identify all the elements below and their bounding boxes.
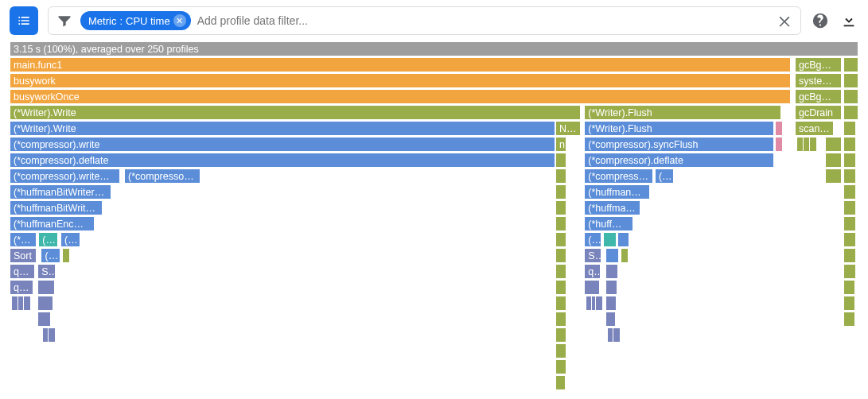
flame-frame[interactable] [37, 296, 53, 311]
flame-frame[interactable] [843, 153, 856, 168]
flame-frame[interactable]: (*huffmanBitWrite… [10, 200, 103, 215]
flame-frame[interactable]: busyworkOnce [10, 89, 791, 104]
flame-frame[interactable] [555, 359, 566, 374]
flame-frame[interactable] [605, 248, 619, 263]
clear-icon[interactable] [775, 11, 794, 30]
flame-frame[interactable]: systemst… [795, 73, 842, 88]
flame-frame[interactable] [843, 280, 855, 295]
flame-frame[interactable]: (*by… [10, 232, 37, 247]
list-menu-button[interactable] [10, 6, 38, 35]
flame-frame[interactable] [605, 280, 617, 295]
flame-frame[interactable] [555, 327, 566, 343]
flame-frame[interactable] [843, 264, 856, 279]
flame-frame[interactable] [843, 248, 856, 263]
flame-frame[interactable] [555, 312, 566, 327]
flame-frame[interactable]: (*compresso… [124, 169, 200, 184]
flame-frame[interactable] [23, 296, 31, 311]
flame-frame[interactable]: busywork [10, 73, 791, 88]
flame-frame[interactable]: (*compressor).deflate [584, 153, 774, 168]
flame-frame[interactable]: (*… [655, 169, 675, 184]
filter-icon[interactable] [55, 13, 74, 29]
flame-frame[interactable] [775, 137, 783, 152]
flame-frame[interactable] [843, 73, 858, 88]
flame-frame[interactable] [555, 248, 566, 263]
flame-frame[interactable]: 3.15 s (100%), averaged over 250 profile… [10, 41, 858, 56]
flame-frame[interactable] [775, 121, 783, 136]
flame-frame[interactable]: (*… [41, 248, 60, 263]
flame-frame[interactable] [555, 184, 566, 200]
download-icon[interactable] [839, 11, 858, 30]
flame-frame[interactable] [825, 169, 841, 184]
flame-frame[interactable] [37, 312, 51, 327]
flame-frame[interactable] [843, 105, 858, 120]
flame-frame[interactable] [555, 232, 566, 247]
flame-frame[interactable] [843, 216, 856, 231]
metric-chip[interactable]: Metric : CPU time ✕ [80, 11, 191, 30]
flame-frame[interactable]: main.func1 [10, 57, 791, 72]
flame-frame[interactable] [62, 248, 70, 263]
flame-frame[interactable]: (*Writer).Flush [584, 105, 781, 120]
flame-frame[interactable]: (*huff… [584, 216, 633, 231]
flame-frame[interactable] [825, 153, 841, 168]
flame-frame[interactable] [584, 280, 599, 295]
flame-frame[interactable] [617, 232, 629, 247]
flame-frame[interactable]: (*compressor).deflate [10, 153, 555, 168]
flame-frame[interactable] [605, 264, 618, 279]
flame-frame[interactable] [555, 216, 566, 231]
flame-frame[interactable] [603, 232, 617, 247]
flame-frame[interactable] [843, 57, 858, 72]
flame-frame[interactable] [37, 280, 54, 295]
chip-remove-icon[interactable]: ✕ [173, 14, 186, 27]
flame-frame[interactable] [48, 327, 56, 343]
flame-frame[interactable]: (*huffma… [584, 200, 640, 215]
flame-frame[interactable] [843, 89, 858, 104]
flame-frame[interactable]: gcDrain [795, 105, 842, 120]
filter-input[interactable] [197, 14, 769, 27]
flame-frame[interactable]: q… [10, 280, 33, 295]
flame-frame[interactable]: Sort [10, 248, 37, 263]
flame-frame[interactable] [605, 312, 616, 327]
flame-frame[interactable]: (*Writer).Write [10, 121, 555, 136]
flame-frame[interactable]: (*compress… [584, 169, 652, 184]
flame-frame[interactable] [555, 169, 566, 184]
flame-frame[interactable]: (… [584, 232, 601, 247]
flame-frame[interactable] [555, 200, 566, 215]
flame-frame[interactable] [555, 264, 566, 279]
flame-frame[interactable]: (*Writer).Flush [584, 121, 774, 136]
flame-frame[interactable]: gcBgMar… [795, 89, 842, 104]
flame-frame[interactable] [843, 232, 856, 247]
flame-frame[interactable]: (*compressor).syncFlush [584, 137, 774, 152]
flame-frame[interactable] [605, 296, 617, 311]
flame-frame[interactable]: S… [584, 248, 601, 263]
flame-frame[interactable]: (*compressor).write… [10, 169, 120, 184]
flame-frame[interactable] [621, 248, 629, 263]
flame-graph[interactable]: 3.15 s (100%), averaged over 250 profile… [10, 41, 858, 391]
flame-frame[interactable] [555, 375, 566, 390]
flame-frame[interactable] [843, 137, 856, 152]
flame-frame[interactable]: qui… [10, 264, 35, 279]
flame-frame[interactable] [595, 296, 603, 311]
flame-frame[interactable]: (*huffmanBitWriter)…. [10, 184, 111, 200]
flame-frame[interactable] [843, 184, 856, 200]
flame-frame[interactable]: S… [37, 264, 55, 279]
flame-frame[interactable]: gcBgMark… [795, 57, 842, 72]
flame-frame[interactable] [825, 137, 841, 152]
flame-frame[interactable] [555, 153, 566, 168]
flame-frame[interactable]: q… [584, 264, 600, 279]
flame-frame[interactable]: (*huffmanBi… [584, 184, 649, 200]
flame-frame[interactable] [809, 137, 817, 152]
flame-frame[interactable] [555, 280, 566, 295]
flame-frame[interactable] [843, 296, 855, 311]
flame-frame[interactable] [843, 312, 855, 327]
flame-frame[interactable]: (*huffmanEnc… [10, 216, 95, 231]
flame-frame[interactable]: scan… [795, 121, 834, 136]
flame-frame[interactable]: n… [555, 137, 566, 152]
flame-frame[interactable]: Ne… [555, 121, 581, 136]
flame-frame[interactable] [843, 200, 856, 215]
flame-frame[interactable] [843, 169, 856, 184]
flame-frame[interactable]: (*Writer).Write [10, 105, 581, 120]
flame-frame[interactable] [555, 296, 566, 311]
flame-frame[interactable]: (*… [38, 232, 58, 247]
flame-frame[interactable]: (*compressor).write [10, 137, 555, 152]
flame-frame[interactable] [555, 343, 566, 358]
